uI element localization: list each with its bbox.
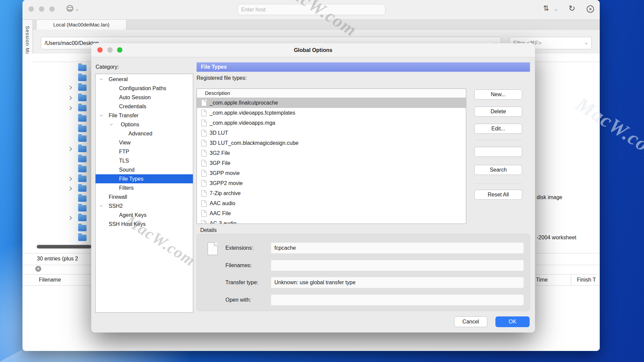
folder-icon[interactable]: [78, 215, 87, 221]
transfer-type-label: Transfer type:: [225, 277, 258, 288]
category-ssh-host-keys[interactable]: SSH Host Keys: [96, 220, 193, 229]
file-type-row[interactable]: AAC File: [197, 208, 466, 219]
delete-button[interactable]: Delete: [474, 107, 522, 117]
chevron-down-icon[interactable]: [110, 123, 113, 125]
folder-icon[interactable]: [78, 146, 87, 152]
column-divider[interactable]: [571, 274, 571, 285]
category-file-transfer[interactable]: File Transfer: [96, 111, 193, 120]
category-general[interactable]: General: [96, 75, 193, 84]
folder-icon[interactable]: [78, 105, 87, 111]
entries-status-text: 30 entries (plus 2: [37, 256, 78, 262]
category-ssh2[interactable]: SSH2: [96, 201, 193, 210]
refresh-icon[interactable]: ↻: [569, 4, 575, 13]
category-file-types[interactable]: File Types: [96, 174, 193, 183]
folder-icon[interactable]: [78, 205, 87, 212]
filenames-label: Filenames:: [225, 260, 252, 271]
folder-icon[interactable]: [78, 115, 87, 122]
document-icon: [201, 140, 207, 146]
ok-button[interactable]: OK: [495, 316, 530, 327]
file-type-row[interactable]: AAC audio: [197, 198, 466, 208]
file-type-row[interactable]: 3G2 File: [197, 148, 466, 158]
filenames-field[interactable]: [271, 260, 524, 271]
category-agent-keys[interactable]: Agent Keys: [96, 210, 193, 220]
folder-icon[interactable]: [78, 126, 87, 132]
edit-button[interactable]: Edit...: [474, 124, 522, 134]
category-configuration-paths[interactable]: Configuration Paths: [96, 84, 193, 93]
details-panel: Extensions: fcpcache Filenames: Transfer…: [197, 234, 530, 311]
search-button[interactable]: Search: [474, 165, 522, 175]
document-icon: [201, 150, 207, 157]
host-address-input[interactable]: [237, 4, 385, 15]
chevron-down-icon[interactable]: [100, 114, 103, 116]
extensions-field[interactable]: fcpcache: [271, 242, 524, 254]
folder-icon[interactable]: [78, 235, 87, 241]
folder-icon[interactable]: [78, 75, 87, 81]
document-icon: [201, 130, 207, 136]
file-types-list: Description _com.apple.finalcutprocache …: [197, 88, 466, 224]
folder-icon[interactable]: [78, 225, 87, 231]
reset-all-button[interactable]: Reset All: [474, 190, 522, 200]
folder-icon[interactable]: [78, 95, 87, 101]
category-tls[interactable]: TLS: [96, 156, 193, 165]
category-ftp[interactable]: FTP: [96, 147, 193, 156]
clear-x-glyph: ×: [37, 266, 39, 271]
registered-types-label: Registered file types:: [197, 75, 247, 81]
category-options[interactable]: Options: [96, 120, 193, 129]
zoom-traffic-light[interactable]: [49, 6, 55, 12]
clear-filter-icon[interactable]: ×: [35, 266, 41, 272]
folder-icon[interactable]: [78, 185, 87, 192]
file-type-row[interactable]: 3GPP2 movie: [197, 178, 466, 188]
tab-local-session[interactable]: Local (Mac00deiMac.lan): [36, 19, 126, 29]
folder-icon[interactable]: [78, 84, 87, 91]
cancel-button[interactable]: Cancel: [454, 316, 487, 327]
folder-icon[interactable]: [78, 65, 87, 71]
document-icon: [201, 170, 207, 177]
horizontal-scrollbar[interactable]: [36, 244, 95, 249]
file-type-row[interactable]: 3D LUT_com.blackmagicdesign.cube: [197, 138, 466, 148]
file-type-row[interactable]: 3D LUT: [197, 128, 466, 138]
folder-icon[interactable]: [78, 156, 87, 162]
open-with-field[interactable]: [271, 294, 524, 306]
chevron-down-icon[interactable]: [100, 77, 103, 80]
minimize-traffic-light[interactable]: [39, 6, 44, 12]
folder-icon[interactable]: [78, 176, 87, 182]
sort-transfer-icon[interactable]: ⇅: [543, 4, 549, 12]
transfer-type-field[interactable]: Unknown: use global transfer type: [271, 277, 524, 288]
file-type-row[interactable]: _com.apple.videoapps.fcptemplates: [197, 108, 466, 118]
category-sound[interactable]: Sound: [96, 165, 193, 174]
file-type-row[interactable]: _com.apple.finalcutprocache: [197, 98, 466, 108]
file-type-row[interactable]: 3GP File: [197, 158, 466, 168]
file-type-search-input[interactable]: [474, 147, 522, 157]
document-icon: [201, 210, 207, 217]
folder-icon[interactable]: [78, 195, 87, 202]
emoticon-icon[interactable]: ☺: [66, 4, 74, 13]
scrollbar-thumb[interactable]: [37, 245, 91, 248]
folder-icon[interactable]: [78, 166, 87, 172]
document-icon: [201, 200, 207, 207]
panel-header: File Types: [197, 62, 530, 72]
category-view[interactable]: View: [96, 138, 193, 147]
column-header-filename[interactable]: Filename: [39, 277, 61, 283]
column-header-time[interactable]: Time: [536, 277, 548, 283]
category-firewall[interactable]: Firewall: [96, 192, 193, 201]
column-header-finish-time[interactable]: Finish T: [577, 277, 596, 283]
category-auto-session[interactable]: Auto Session: [96, 93, 193, 102]
column-header-description[interactable]: Description: [197, 89, 466, 98]
disconnect-icon[interactable]: ×: [587, 5, 594, 13]
category-advanced[interactable]: Advanced: [96, 129, 193, 138]
file-type-row[interactable]: 3GPP movie: [197, 168, 466, 178]
chevron-down-icon[interactable]: [585, 42, 588, 44]
new-button[interactable]: New...: [474, 89, 522, 100]
file-type-row[interactable]: AC-3 audio: [197, 219, 466, 224]
chevron-down-icon[interactable]: [100, 204, 103, 207]
document-icon: [201, 180, 207, 187]
open-with-label: Open with:: [225, 294, 251, 306]
file-type-row[interactable]: _com.apple.videoapps.mga: [197, 118, 466, 128]
folder-icon[interactable]: [78, 135, 87, 142]
document-icon: [201, 120, 207, 126]
category-filters[interactable]: Filters: [96, 183, 193, 192]
file-type-row[interactable]: 7-Zip archive: [197, 188, 466, 198]
close-traffic-light[interactable]: [29, 6, 34, 12]
document-icon: [201, 110, 207, 116]
category-credentials[interactable]: Credentials: [96, 102, 193, 111]
